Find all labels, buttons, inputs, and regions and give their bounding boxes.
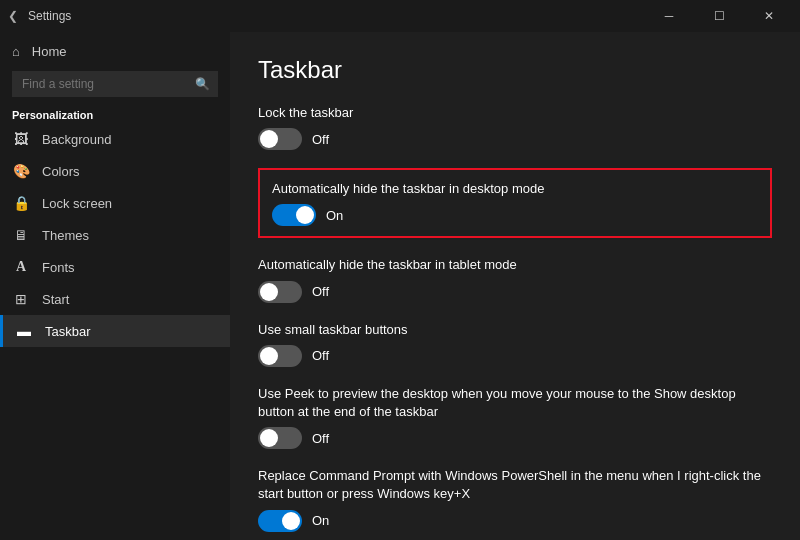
setting-auto-hide-tablet: Automatically hide the taskbar in tablet… — [258, 256, 772, 302]
sidebar-item-colors[interactable]: 🎨 Colors — [0, 155, 230, 187]
lock-taskbar-knob — [260, 130, 278, 148]
peek-toggle-row: Off — [258, 427, 772, 449]
sidebar-item-lock-screen[interactable]: 🔒 Lock screen — [0, 187, 230, 219]
small-buttons-knob — [260, 347, 278, 365]
auto-hide-desktop-knob — [296, 206, 314, 224]
search-input[interactable] — [12, 71, 218, 97]
auto-hide-desktop-label: Automatically hide the taskbar in deskto… — [272, 180, 758, 198]
sidebar-section-label: Personalization — [0, 105, 230, 123]
lock-icon: 🔒 — [12, 195, 30, 211]
sidebar-home-label: Home — [32, 44, 67, 59]
powershell-toggle-row: On — [258, 510, 772, 532]
titlebar: ❮ Settings ─ ☐ ✕ — [0, 0, 800, 32]
maximize-button[interactable]: ☐ — [696, 0, 742, 32]
setting-peek: Use Peek to preview the desktop when you… — [258, 385, 772, 449]
small-buttons-status: Off — [312, 348, 329, 363]
auto-hide-tablet-toggle-row: Off — [258, 281, 772, 303]
sidebar-item-themes[interactable]: 🖥 Themes — [0, 219, 230, 251]
powershell-toggle[interactable] — [258, 510, 302, 532]
peek-status: Off — [312, 431, 329, 446]
sidebar-item-fonts[interactable]: A Fonts — [0, 251, 230, 283]
setting-powershell: Replace Command Prompt with Windows Powe… — [258, 467, 772, 531]
themes-icon: 🖥 — [12, 227, 30, 243]
taskbar-icon: ▬ — [15, 323, 33, 339]
page-title: Taskbar — [258, 56, 772, 84]
sidebar-label-themes: Themes — [42, 228, 89, 243]
auto-hide-desktop-status: On — [326, 208, 343, 223]
auto-hide-tablet-toggle[interactable] — [258, 281, 302, 303]
start-icon: ⊞ — [12, 291, 30, 307]
main-content: Taskbar Lock the taskbar Off Automatical… — [230, 32, 800, 540]
small-buttons-toggle[interactable] — [258, 345, 302, 367]
app-container: ⌂ Home 🔍 Personalization 🖼 Background 🎨 … — [0, 32, 800, 540]
sidebar-item-home[interactable]: ⌂ Home — [0, 36, 230, 67]
auto-hide-tablet-status: Off — [312, 284, 329, 299]
powershell-status: On — [312, 513, 329, 528]
sidebar-item-taskbar[interactable]: ▬ Taskbar — [0, 315, 230, 347]
sidebar-label-start: Start — [42, 292, 69, 307]
sidebar-search: 🔍 — [12, 71, 218, 97]
lock-taskbar-toggle-row: Off — [258, 128, 772, 150]
lock-taskbar-status: Off — [312, 132, 329, 147]
peek-toggle[interactable] — [258, 427, 302, 449]
auto-hide-tablet-knob — [260, 283, 278, 301]
powershell-knob — [282, 512, 300, 530]
sidebar-item-background[interactable]: 🖼 Background — [0, 123, 230, 155]
fonts-icon: A — [12, 259, 30, 275]
auto-hide-desktop-toggle[interactable] — [272, 204, 316, 226]
window-controls: ─ ☐ ✕ — [646, 0, 792, 32]
auto-hide-tablet-label: Automatically hide the taskbar in tablet… — [258, 256, 772, 274]
minimize-button[interactable]: ─ — [646, 0, 692, 32]
sidebar: ⌂ Home 🔍 Personalization 🖼 Background 🎨 … — [0, 32, 230, 540]
highlight-box: Automatically hide the taskbar in deskto… — [258, 168, 772, 238]
sidebar-label-colors: Colors — [42, 164, 80, 179]
titlebar-title: Settings — [28, 9, 71, 23]
sidebar-label-taskbar: Taskbar — [45, 324, 91, 339]
peek-knob — [260, 429, 278, 447]
background-icon: 🖼 — [12, 131, 30, 147]
setting-small-buttons: Use small taskbar buttons Off — [258, 321, 772, 367]
sidebar-label-fonts: Fonts — [42, 260, 75, 275]
sidebar-item-start[interactable]: ⊞ Start — [0, 283, 230, 315]
sidebar-label-background: Background — [42, 132, 111, 147]
colors-icon: 🎨 — [12, 163, 30, 179]
auto-hide-desktop-toggle-row: On — [272, 204, 758, 226]
lock-taskbar-label: Lock the taskbar — [258, 104, 772, 122]
lock-taskbar-toggle[interactable] — [258, 128, 302, 150]
close-button[interactable]: ✕ — [746, 0, 792, 32]
small-buttons-label: Use small taskbar buttons — [258, 321, 772, 339]
peek-label: Use Peek to preview the desktop when you… — [258, 385, 772, 421]
back-button[interactable]: ❮ — [8, 9, 18, 23]
sidebar-label-lock-screen: Lock screen — [42, 196, 112, 211]
powershell-label: Replace Command Prompt with Windows Powe… — [258, 467, 772, 503]
home-icon: ⌂ — [12, 44, 20, 59]
search-icon: 🔍 — [195, 77, 210, 91]
setting-lock-taskbar: Lock the taskbar Off — [258, 104, 772, 150]
small-buttons-toggle-row: Off — [258, 345, 772, 367]
